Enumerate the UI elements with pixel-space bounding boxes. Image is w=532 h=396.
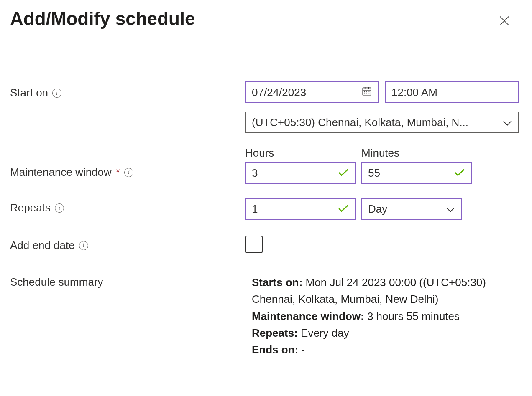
minutes-value: 55	[368, 167, 454, 180]
info-icon[interactable]	[79, 241, 88, 250]
schedule-summary-label: Schedule summary	[10, 276, 103, 289]
checkmark-icon	[454, 167, 465, 180]
repeat-unit-value: Day	[368, 203, 446, 216]
checkmark-icon	[338, 167, 349, 180]
repeat-count-value: 1	[252, 203, 338, 216]
hours-label: Hours	[245, 147, 356, 160]
add-end-date-label: Add end date	[10, 239, 75, 252]
start-date-input[interactable]: 07/24/2023	[245, 81, 379, 103]
repeat-count-input[interactable]: 1	[245, 198, 356, 220]
summary-ends-on-value: -	[301, 343, 305, 356]
summary-starts-on-label: Starts on:	[252, 276, 302, 289]
schedule-summary-text: Starts on: Mon Jul 24 2023 00:00 ((UTC+0…	[245, 274, 513, 358]
close-button[interactable]	[495, 12, 514, 31]
summary-repeats-value: Every day	[301, 327, 349, 339]
summary-repeats-label: Repeats:	[252, 327, 298, 339]
summary-maintenance-label: Maintenance window:	[252, 310, 364, 322]
add-end-date-checkbox[interactable]	[245, 236, 263, 253]
repeat-unit-select[interactable]: Day	[361, 198, 462, 220]
checkmark-icon	[338, 203, 349, 216]
hours-value: 3	[252, 167, 338, 180]
calendar-icon	[361, 86, 372, 99]
info-icon[interactable]	[55, 203, 64, 213]
required-indicator: *	[116, 166, 120, 179]
timezone-select[interactable]: (UTC+05:30) Chennai, Kolkata, Mumbai, N.…	[245, 112, 519, 133]
hours-input[interactable]: 3	[245, 162, 356, 184]
start-on-label: Start on	[10, 86, 48, 99]
chevron-down-icon	[446, 203, 455, 216]
maintenance-window-label: Maintenance window	[10, 166, 112, 179]
info-icon[interactable]	[124, 168, 133, 177]
start-date-value: 07/24/2023	[252, 86, 361, 99]
chevron-down-icon	[503, 116, 512, 129]
summary-maintenance-value: 3 hours 55 minutes	[367, 310, 460, 322]
summary-ends-on-label: Ends on:	[252, 343, 298, 356]
minutes-label: Minutes	[361, 147, 472, 160]
info-icon[interactable]	[52, 89, 61, 98]
start-time-input[interactable]: 12:00 AM	[385, 81, 519, 103]
timezone-value: (UTC+05:30) Chennai, Kolkata, Mumbai, N.…	[252, 116, 503, 129]
close-icon	[499, 22, 510, 28]
minutes-input[interactable]: 55	[361, 162, 472, 184]
repeats-label: Repeats	[10, 201, 51, 214]
page-title: Add/Modify schedule	[10, 8, 195, 29]
start-time-value: 12:00 AM	[391, 86, 512, 99]
